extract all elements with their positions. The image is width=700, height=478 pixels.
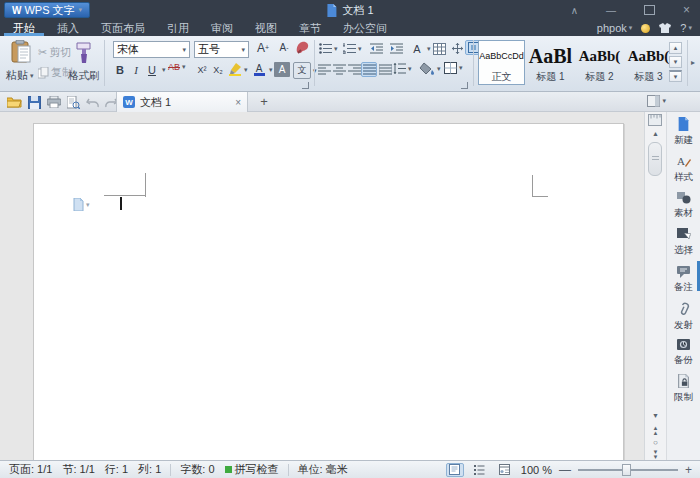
sidebar-item-restrict[interactable]: 限制 bbox=[667, 374, 700, 404]
shading-button[interactable]: ▾ bbox=[419, 62, 441, 75]
zoom-in-button[interactable]: + bbox=[685, 465, 692, 475]
numbering-button[interactable]: ▾ bbox=[343, 43, 362, 54]
close-window-button[interactable]: × bbox=[683, 3, 690, 17]
web-view-button[interactable] bbox=[496, 463, 514, 477]
strikethrough-button[interactable]: AB▾ bbox=[168, 62, 186, 72]
styles-scroll-down-button[interactable]: ▾ bbox=[669, 56, 682, 68]
scroll-down-button[interactable]: ▼ bbox=[645, 412, 666, 420]
style-normal[interactable]: AaBbCcDd 正文 bbox=[478, 40, 525, 85]
maximize-button[interactable] bbox=[644, 5, 655, 15]
increase-indent-button[interactable] bbox=[388, 41, 404, 56]
previous-page-button[interactable]: ▲ ▲ bbox=[645, 426, 666, 436]
align-left-button[interactable] bbox=[316, 62, 332, 77]
sidebar-item-new[interactable]: 新建 bbox=[667, 117, 700, 147]
print-icon[interactable] bbox=[47, 96, 61, 108]
styles-more-button[interactable]: ▾ bbox=[669, 70, 682, 82]
italic-button[interactable]: I bbox=[128, 62, 144, 77]
show-marks-button[interactable] bbox=[449, 41, 465, 56]
style-heading-3[interactable]: AaBb( 标题 3 bbox=[625, 40, 672, 85]
phonetic-guide-button[interactable]: 文 ▾ bbox=[293, 62, 317, 79]
select-browse-object-button[interactable]: ○ bbox=[645, 439, 666, 447]
status-word-count[interactable]: 字数: 0 bbox=[180, 462, 214, 477]
status-unit[interactable]: 单位: 毫米 bbox=[298, 462, 348, 477]
tab-home[interactable]: 开始 bbox=[2, 20, 46, 36]
page-view-button[interactable] bbox=[446, 463, 464, 477]
status-section[interactable]: 节: 1/1 bbox=[62, 462, 94, 477]
bullets-button[interactable]: ▾ bbox=[319, 43, 338, 54]
style-heading-2[interactable]: AaBb( 标题 2 bbox=[576, 40, 623, 85]
tab-review[interactable]: 审阅 bbox=[200, 20, 244, 36]
document-tab[interactable]: W 文档 1 × bbox=[116, 92, 248, 112]
wps-menu-button[interactable]: W WPS 文字 ▾ bbox=[4, 2, 90, 18]
align-center-button[interactable] bbox=[331, 62, 347, 77]
next-page-button[interactable]: ▼ ▼ bbox=[645, 450, 666, 460]
sidebar-item-styles[interactable]: A 样式 bbox=[667, 154, 700, 184]
align-right-button[interactable] bbox=[346, 62, 362, 77]
document-canvas[interactable]: ▾ bbox=[0, 112, 644, 460]
line-spacing-button[interactable]: ▾ bbox=[393, 63, 412, 74]
decrease-indent-button[interactable] bbox=[368, 41, 384, 56]
help-menu[interactable]: ?▾ bbox=[680, 22, 692, 34]
grow-font-button[interactable]: A+ bbox=[255, 40, 271, 55]
sidebar-item-backup[interactable]: 备份 bbox=[667, 338, 700, 367]
print-preview-icon[interactable] bbox=[67, 96, 80, 109]
ruler-toggle-button[interactable] bbox=[648, 114, 662, 128]
status-spellcheck[interactable]: 拼写检查 bbox=[225, 462, 279, 477]
paste-options-button[interactable]: ▾ bbox=[73, 198, 90, 211]
sidebar-item-notes[interactable]: 备注 bbox=[667, 265, 700, 294]
scroll-up-button[interactable]: ▲ bbox=[645, 130, 666, 138]
sidebar-item-send[interactable]: 发射 bbox=[667, 302, 700, 332]
font-size-select[interactable]: 五号▾ bbox=[194, 41, 249, 58]
save-icon[interactable] bbox=[28, 96, 41, 109]
justify-button[interactable] bbox=[361, 62, 377, 77]
borders-button[interactable]: ▾ bbox=[444, 62, 463, 74]
paragraph-dialog-launcher[interactable] bbox=[461, 82, 468, 89]
member-coin-icon[interactable] bbox=[641, 24, 650, 33]
insert-table-button[interactable] bbox=[431, 41, 447, 56]
ribbon-expand-button[interactable]: ▸ bbox=[691, 58, 695, 67]
underline-button[interactable]: U▾ bbox=[144, 62, 166, 77]
font-color-button[interactable]: A ▾ bbox=[251, 62, 273, 77]
open-folder-icon[interactable] bbox=[7, 96, 22, 108]
paste-button[interactable]: 粘贴 ▾ bbox=[6, 68, 34, 83]
collapse-window-button[interactable]: ∧ bbox=[571, 5, 578, 16]
page[interactable] bbox=[33, 123, 624, 460]
distribute-button[interactable] bbox=[377, 62, 393, 77]
style-heading-1[interactable]: AaBl 标题 1 bbox=[527, 40, 574, 85]
sidebar-item-material[interactable]: 素材 bbox=[667, 191, 700, 220]
undo-icon[interactable] bbox=[86, 97, 99, 108]
outline-view-button[interactable] bbox=[471, 463, 489, 477]
new-tab-button[interactable]: + bbox=[256, 93, 272, 109]
task-pane-toggle[interactable]: ▾ bbox=[647, 95, 666, 107]
status-column[interactable]: 列: 1 bbox=[138, 462, 161, 477]
user-account-menu[interactable]: phpok▾ bbox=[597, 22, 633, 34]
bold-button[interactable]: B bbox=[112, 62, 128, 77]
scrollbar-thumb[interactable] bbox=[648, 142, 662, 176]
sidebar-item-select[interactable]: 选择 bbox=[667, 228, 700, 257]
minimize-button[interactable]: — bbox=[606, 5, 616, 16]
tab-view[interactable]: 视图 bbox=[244, 20, 288, 36]
vertical-scrollbar[interactable]: ▲ ▼ ▲ ▲ ○ ▼ ▼ bbox=[644, 112, 666, 460]
tab-section[interactable]: 章节 bbox=[288, 20, 332, 36]
tab-office-space[interactable]: 办公空间 bbox=[332, 20, 398, 36]
styles-scroll-up-button[interactable]: ▴ bbox=[669, 42, 682, 54]
font-dialog-launcher[interactable] bbox=[302, 82, 309, 89]
format-painter-button[interactable]: 格式刷 bbox=[68, 69, 100, 83]
status-page[interactable]: 页面: 1/1 bbox=[9, 462, 52, 477]
character-shading-button[interactable]: A bbox=[274, 62, 290, 77]
text-direction-button[interactable]: A ▾ bbox=[409, 41, 431, 56]
status-line[interactable]: 行: 1 bbox=[105, 462, 128, 477]
zoom-level[interactable]: 100 % bbox=[521, 464, 552, 476]
font-family-select[interactable]: 宋体▾ bbox=[113, 41, 190, 58]
text-effects-icon[interactable] bbox=[295, 41, 309, 56]
zoom-slider-thumb[interactable] bbox=[622, 464, 631, 476]
format-painter-icon[interactable] bbox=[74, 42, 94, 66]
shrink-font-button[interactable]: A- bbox=[276, 40, 292, 55]
paste-icon[interactable] bbox=[10, 40, 32, 66]
zoom-out-button[interactable]: — bbox=[559, 465, 571, 475]
skin-shirt-icon[interactable] bbox=[659, 23, 671, 33]
tab-references[interactable]: 引用 bbox=[156, 20, 200, 36]
cut-button[interactable]: ✂ 剪切 bbox=[38, 45, 71, 60]
zoom-slider[interactable] bbox=[578, 469, 678, 471]
highlight-button[interactable]: ▾ bbox=[228, 63, 248, 76]
